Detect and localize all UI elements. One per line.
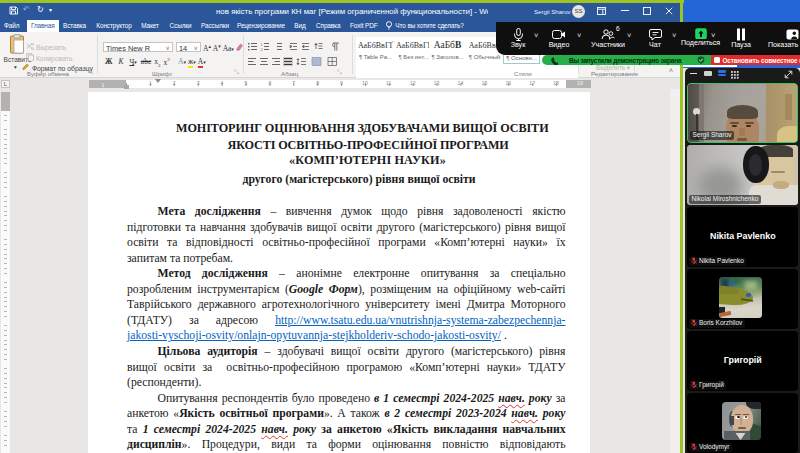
svg-text:2: 2	[261, 47, 264, 51]
